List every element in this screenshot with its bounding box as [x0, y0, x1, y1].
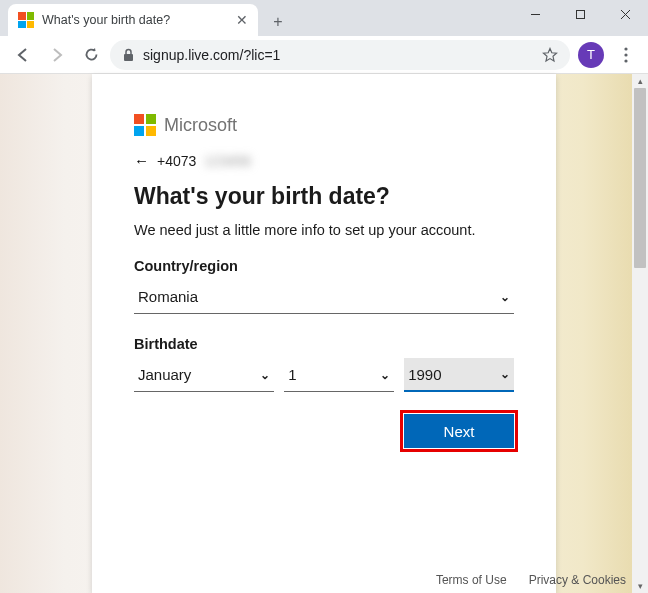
signup-card: Microsoft ← +4073123456 What's your birt… — [92, 74, 556, 593]
lock-icon — [122, 48, 135, 62]
country-select[interactable]: Romania ⌄ — [134, 280, 514, 314]
brand-text: Microsoft — [164, 115, 237, 136]
country-label: Country/region — [134, 258, 514, 274]
browser-toolbar: signup.live.com/?lic=1 T — [0, 36, 648, 74]
month-value: January — [138, 366, 191, 383]
birthdate-label: Birthdate — [134, 336, 514, 352]
window-maximize-button[interactable] — [558, 0, 603, 28]
address-bar[interactable]: signup.live.com/?lic=1 — [110, 40, 570, 70]
url-text: signup.live.com/?lic=1 — [143, 47, 280, 63]
tab-close-icon[interactable]: ✕ — [236, 12, 248, 28]
svg-rect-1 — [577, 10, 585, 18]
scrollbar-thumb[interactable] — [634, 88, 646, 268]
terms-link[interactable]: Terms of Use — [436, 573, 507, 587]
bookmark-star-icon[interactable] — [542, 47, 558, 63]
day-select[interactable]: 1 ⌄ — [284, 358, 394, 392]
country-value: Romania — [138, 288, 198, 305]
svg-point-6 — [624, 53, 627, 56]
svg-point-7 — [624, 59, 627, 62]
back-button[interactable] — [8, 40, 38, 70]
reload-button[interactable] — [76, 40, 106, 70]
svg-rect-4 — [124, 54, 133, 61]
microsoft-brand: Microsoft — [134, 114, 514, 136]
tab-title: What's your birth date? — [42, 13, 228, 27]
forward-button[interactable] — [42, 40, 72, 70]
page-heading: What's your birth date? — [134, 183, 514, 210]
chevron-down-icon: ⌄ — [500, 290, 510, 304]
scrollbar-track[interactable]: ▴ ▾ — [632, 74, 648, 593]
page-viewport: Microsoft ← +4073123456 What's your birt… — [0, 74, 648, 593]
browser-menu-button[interactable] — [612, 47, 640, 63]
chevron-down-icon: ⌄ — [380, 368, 390, 382]
window-minimize-button[interactable] — [513, 0, 558, 28]
chevron-down-icon: ⌄ — [500, 367, 510, 381]
identity-row[interactable]: ← +4073123456 — [134, 152, 514, 169]
year-select[interactable]: 1990 ⌄ — [404, 358, 514, 392]
next-button[interactable]: Next — [404, 414, 514, 448]
svg-point-5 — [624, 47, 627, 50]
chevron-down-icon: ⌄ — [260, 368, 270, 382]
profile-avatar[interactable]: T — [578, 42, 604, 68]
year-value: 1990 — [408, 366, 441, 383]
favicon-microsoft-icon — [18, 12, 34, 28]
page-subtitle: We need just a little more info to set u… — [134, 220, 514, 240]
footer-links: Terms of Use Privacy & Cookies — [436, 573, 626, 587]
microsoft-logo-icon — [134, 114, 156, 136]
new-tab-button[interactable]: + — [264, 8, 292, 36]
month-select[interactable]: January ⌄ — [134, 358, 274, 392]
window-close-button[interactable] — [603, 0, 648, 28]
scroll-up-arrow-icon[interactable]: ▴ — [632, 74, 648, 88]
scroll-down-arrow-icon[interactable]: ▾ — [632, 579, 648, 593]
phone-prefix: +4073 — [157, 153, 196, 169]
privacy-link[interactable]: Privacy & Cookies — [529, 573, 626, 587]
browser-tab[interactable]: What's your birth date? ✕ — [8, 4, 258, 36]
day-value: 1 — [288, 366, 296, 383]
phone-blurred: 123456 — [204, 153, 251, 169]
identity-back-arrow-icon[interactable]: ← — [134, 152, 149, 169]
